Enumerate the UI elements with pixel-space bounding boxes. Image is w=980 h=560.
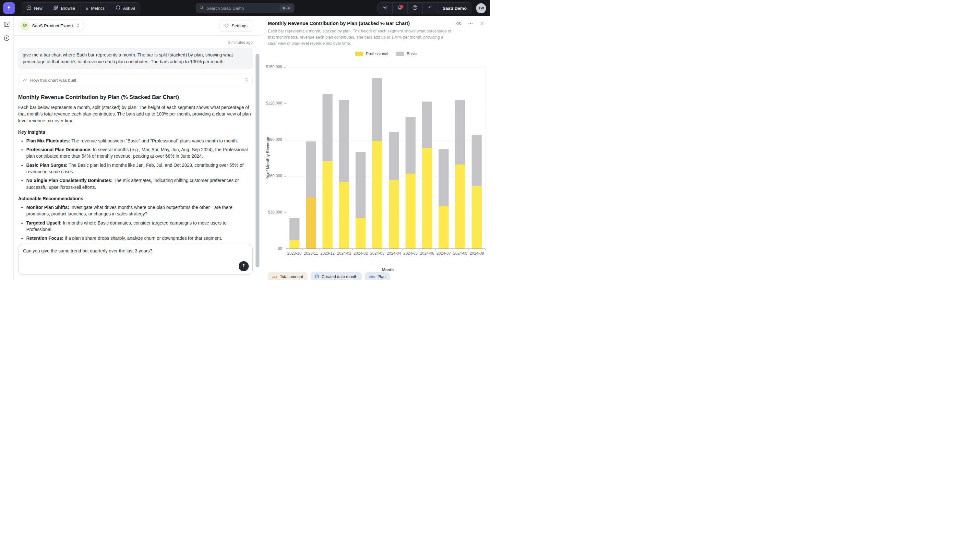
lightning-icon [6,5,12,12]
bar-segment-basic[interactable] [405,117,415,173]
x-tick-label: 2023-11 [304,251,318,256]
metrics-button[interactable]: # Metrics [80,3,110,13]
bar-2024-03[interactable] [372,78,382,248]
y-tick-label: $150,000 [266,65,282,69]
calendar-icon [315,274,319,279]
bar-segment-basic[interactable] [389,132,399,180]
y-tick-label: $90,000 [268,137,282,142]
help-button[interactable] [408,3,422,13]
settings-nav-button[interactable] [378,3,393,13]
bar-2024-04[interactable] [389,132,399,248]
bar-segment-professional[interactable] [455,165,465,248]
number-field-icon: 123 [272,275,277,278]
send-button[interactable] [239,261,249,271]
hash-icon: # [86,5,88,11]
x-tick [352,248,353,250]
new-thread-icon[interactable] [3,35,10,43]
bar-segment-professional[interactable] [472,186,482,248]
app-logo[interactable] [3,2,15,14]
chip-created-date-month[interactable]: Created date month [311,272,362,280]
x-tick-label: 2024-08 [453,251,467,256]
bar-segment-basic[interactable] [472,135,482,186]
eye-icon[interactable] [456,21,462,28]
close-icon[interactable] [479,21,485,28]
bar-segment-basic[interactable] [422,102,432,148]
bar-2024-06[interactable] [422,102,432,249]
bar-segment-professional[interactable] [289,240,299,248]
bar-2023-12[interactable] [322,94,332,248]
chat-sparkle-icon [115,5,121,12]
assistant-answer: Monthly Revenue Contribution by Plan (% … [18,94,252,240]
bar-segment-basic[interactable] [306,142,316,198]
x-tick-label: 2024-01 [337,251,351,256]
chart-panel-header: Monthly Revenue Contribution by Plan (St… [262,16,490,47]
message-input[interactable]: Can you give the same trend but quarterl… [18,244,252,275]
bar-2024-07[interactable] [439,149,449,248]
legend-item[interactable]: Professional [355,52,388,56]
bar-segment-professional[interactable] [422,148,432,248]
bar-segment-professional[interactable] [339,182,349,248]
chip-total-amount[interactable]: 123 Total amount [268,272,307,280]
list-item: Basic Plan Surges: The Basic plan led in… [26,162,252,175]
workspace-button[interactable]: SaaS Demo [437,3,472,13]
chart-legend: ProfessionalBasic [286,52,490,56]
x-tick [385,248,386,250]
bar-2024-08[interactable] [455,100,465,248]
bar-2023-10[interactable] [289,218,299,248]
bar-segment-basic[interactable] [356,152,366,218]
agent-selector[interactable]: SP SaaS Product Expert [18,20,84,32]
bar-segment-professional[interactable] [405,173,415,248]
how-chart-built-toggle[interactable]: How this chart was built [18,74,252,86]
ask-ai-button[interactable]: Ask AI [110,3,140,13]
list-item: Professional Plan Dominance: In several … [26,146,252,160]
chart-icon [22,77,27,83]
chip-plan[interactable]: Abc Plan [365,272,390,280]
chip-label: Total amount [280,275,303,279]
chevron-updown-icon [245,78,248,83]
settings-label: Settings [231,23,247,28]
bar-2024-01[interactable] [339,100,349,248]
search-shortcut-badge: ⌘+K [279,5,293,12]
sparkles-button[interactable] [422,3,437,13]
chart-panel: Monthly Revenue Contribution by Plan (St… [262,16,490,280]
text-field-icon: Abc [369,275,375,278]
browse-button[interactable]: Browse [48,3,80,13]
plus-square-icon [26,5,32,12]
bar-segment-professional[interactable] [322,161,332,248]
user-message: give me a bar chart where Each bar repre… [18,48,252,69]
bar-segment-basic[interactable] [439,149,449,206]
chat-scrollbar[interactable] [256,54,259,267]
chevron-updown-icon [76,23,80,29]
user-avatar[interactable]: TW [476,3,486,13]
bar-2023-11[interactable] [306,142,316,248]
more-options-icon[interactable] [468,21,473,28]
nav-icon-group: SaaS Demo [377,2,472,14]
recommendations-list: Monitor Plan Shifts: Investigate what dr… [18,204,252,240]
bar-segment-professional[interactable] [389,180,399,248]
bar-segment-professional[interactable] [306,198,316,248]
collapse-panel-icon[interactable] [3,21,10,29]
global-search-input[interactable]: Search SaaS Demo ⌘+K [196,3,294,13]
notification-dot [400,5,404,8]
bar-segment-basic[interactable] [322,94,332,161]
legend-item[interactable]: Basic [396,52,417,56]
answer-title: Monthly Revenue Contribution by Plan (% … [18,94,252,101]
new-button[interactable]: New [21,3,48,13]
bar-2024-09[interactable] [472,135,482,248]
ask-ai-label: Ask AI [123,6,135,11]
bar-2024-05[interactable] [405,117,415,248]
bar-segment-professional[interactable] [356,218,366,248]
x-tick-label: 2023-12 [321,251,335,256]
message-timestamp: 3 minutes ago [18,40,252,45]
bar-segment-professional[interactable] [372,141,382,248]
bar-segment-basic[interactable] [289,218,299,240]
notifications-button[interactable] [393,3,408,13]
bar-segment-basic[interactable] [455,100,465,165]
message-list: 3 minutes ago give me a bar chart where … [13,36,262,240]
bar-segment-professional[interactable] [439,206,449,249]
bar-2024-02[interactable] [356,152,366,248]
bar-segment-basic[interactable] [372,78,382,141]
chip-label: Created date month [322,275,358,279]
bar-segment-basic[interactable] [339,100,349,182]
agent-settings-button[interactable]: Settings [219,20,252,32]
